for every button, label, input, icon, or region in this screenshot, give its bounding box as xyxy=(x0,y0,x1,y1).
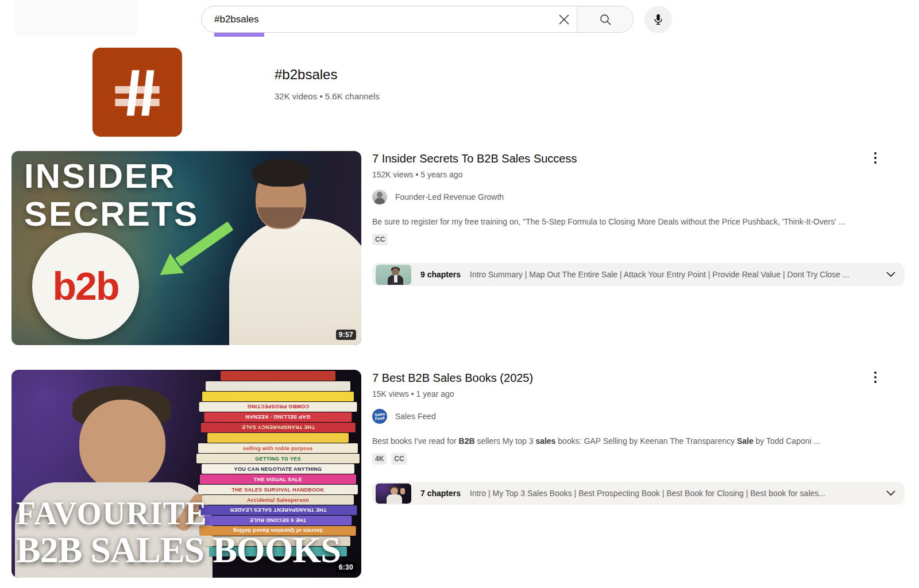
channel-avatar[interactable] xyxy=(372,189,387,204)
kebab-dot xyxy=(874,161,876,164)
cc-badge: CC xyxy=(372,234,388,245)
hashtag-title: #b2bsales xyxy=(275,67,337,83)
hashtag-stats: 32K videos • 5.6K channels xyxy=(275,91,380,101)
search-bar xyxy=(201,6,634,33)
thumbnail-text-line1: FAVOURITE xyxy=(16,497,207,529)
kebab-dot xyxy=(874,372,876,374)
logo-placeholder xyxy=(14,0,138,36)
video-title[interactable]: 7 Best B2B Sales Books (2025) xyxy=(372,372,533,385)
book-spine: GETTING TO YES xyxy=(196,454,359,463)
description-segment: B2B xyxy=(459,436,475,446)
presenter-face xyxy=(79,400,165,490)
description-segment: sellers My top 3 xyxy=(475,436,536,446)
hashtag-tile[interactable] xyxy=(92,48,182,137)
book-spine: THE SALES SURVIVAL HANDBOOK xyxy=(198,485,357,494)
voice-search-button[interactable] xyxy=(644,6,672,33)
chapters-row[interactable]: 7 chapters Intro | My Top 3 Sales Books … xyxy=(372,482,905,505)
avatar-person-head xyxy=(377,192,383,198)
video-thumbnail[interactable]: COMBO PROSPECTINGGAP SELLING · KEENANTHE… xyxy=(11,370,361,578)
clear-search-button[interactable] xyxy=(551,6,577,32)
thumbnail-text-line2: SECRETS xyxy=(24,197,199,231)
book-spine xyxy=(206,381,350,391)
video-description: Best books I've read for B2B sellers My … xyxy=(372,436,820,446)
channel-row[interactable]: Sales Feed Sales Feed xyxy=(372,409,436,424)
presenter-shirt xyxy=(229,219,361,345)
thumbnail-circle: b2b xyxy=(32,233,139,339)
badge-row: 4K CC xyxy=(372,453,407,465)
video-title[interactable]: 7 Insider Secrets To B2B Sales Success xyxy=(372,152,577,165)
book-spine: COMBO PROSPECTING xyxy=(199,402,357,412)
chapter-thumbnail xyxy=(376,265,411,285)
video-description: Be sure to register for my free training… xyxy=(372,217,845,226)
channel-row[interactable]: Founder-Led Revenue Growth xyxy=(372,189,504,204)
description-segment: sales xyxy=(535,436,555,446)
kebab-dot xyxy=(874,157,876,159)
video-thumbnail[interactable]: INSIDER SECRETS b2b 9:57 xyxy=(11,151,361,345)
video-menu-button[interactable] xyxy=(868,148,882,168)
book-spine xyxy=(221,371,335,381)
book-spine: YOU CAN NEGOTIATE ANYTHING xyxy=(202,464,354,474)
search-input-wrap xyxy=(202,6,551,32)
avatar-text-line2: Feed xyxy=(374,416,384,421)
book-spine: GAP SELLING · KEENAN xyxy=(204,412,352,422)
search-results-page: #b2bsales 32K videos • 5.6K channels INS… xyxy=(0,0,919,588)
cc-badge: CC xyxy=(391,453,407,465)
description-segment: by Todd Caponi ... xyxy=(754,436,820,446)
chapters-count: 9 chapters xyxy=(420,270,461,279)
chapters-list: Intro | My Top 3 Sales Books | Best Pros… xyxy=(470,489,874,498)
duration-badge: 6:30 xyxy=(336,562,356,572)
microphone-icon xyxy=(652,13,665,26)
channel-avatar[interactable]: Sales Feed xyxy=(372,409,387,424)
book-spine: selling with noble purpose xyxy=(198,443,357,453)
channel-name: Founder-Led Revenue Growth xyxy=(395,192,504,202)
chevron-down-icon[interactable] xyxy=(883,272,899,277)
duration-badge: 9:57 xyxy=(336,330,356,340)
badge-row: CC xyxy=(372,234,388,245)
kebab-dot xyxy=(874,381,876,383)
kebab-dot xyxy=(874,152,876,154)
book-spine: THE TRANSPARENCY SALE xyxy=(201,423,356,432)
book-spine xyxy=(202,392,353,401)
avatar-person-body xyxy=(374,198,385,204)
description-segment: Sale xyxy=(737,436,754,446)
description-segment: Best books I've read for xyxy=(372,436,459,446)
book-spine: THE VISUAL SALE xyxy=(200,474,356,484)
chapters-row[interactable]: 9 chapters Intro Summary | Map Out The E… xyxy=(372,263,905,286)
book-spine: THE 5 SECOND RULE xyxy=(204,516,352,525)
4k-badge: 4K xyxy=(372,453,387,465)
video-meta: 15K views • 1 year ago xyxy=(372,389,454,399)
presenter-hair xyxy=(252,159,311,187)
thumbnail-text-line1: INSIDER xyxy=(24,159,176,194)
thumbnail-circle-text: b2b xyxy=(53,264,119,308)
channel-name: Sales Feed xyxy=(395,412,436,421)
book-spine: Accidental Salesperson xyxy=(202,495,353,505)
book-spine: THE TRANSPARENT SALES LEADER xyxy=(199,505,357,515)
search-icon xyxy=(598,13,612,26)
video-menu-button[interactable] xyxy=(868,368,882,387)
description-segment: books: GAP Selling by Keenan The Transpa… xyxy=(555,436,736,446)
chapters-list: Intro Summary | Map Out The Entire Sale … xyxy=(470,270,874,279)
video-meta: 152K views • 5 years ago xyxy=(372,170,462,179)
chevron-down-icon[interactable] xyxy=(883,490,899,496)
search-input[interactable] xyxy=(214,14,551,25)
chapters-count: 7 chapters xyxy=(420,489,461,498)
hashtag-icon xyxy=(111,64,164,121)
search-text-highlight xyxy=(214,33,264,37)
chapter-thumbnail xyxy=(376,483,411,504)
search-button[interactable] xyxy=(577,6,633,32)
book-stack: COMBO PROSPECTINGGAP SELLING · KEENANTHE… xyxy=(196,371,360,556)
book-spine xyxy=(207,433,349,443)
close-icon xyxy=(558,13,570,26)
kebab-dot xyxy=(874,376,876,378)
thumbnail-text-line2: B2B SALES BOOKS xyxy=(16,532,341,568)
